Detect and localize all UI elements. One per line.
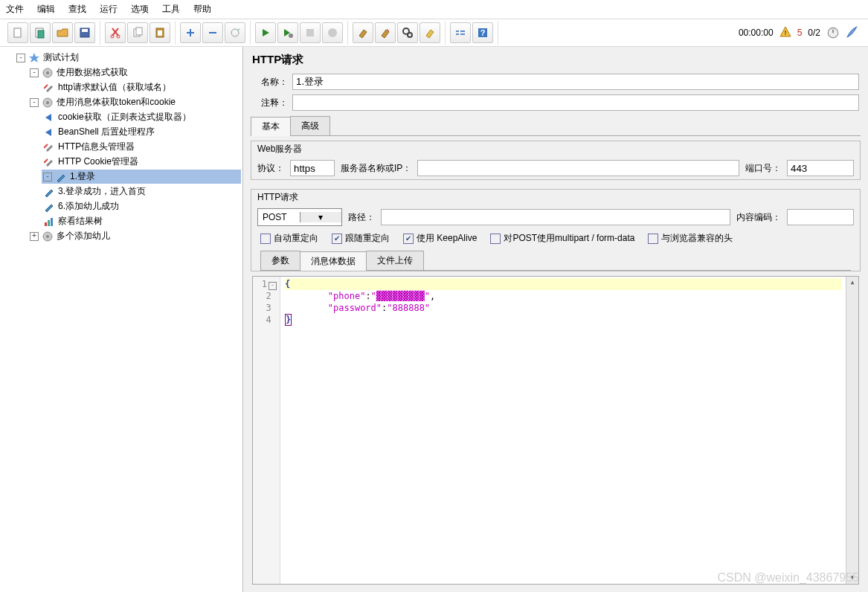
elapsed-time: 00:00:00	[739, 28, 774, 38]
body-editor[interactable]: 1-2 3 4 { "phone":"▓▓▓▓▓▓▓▓▓", "password…	[252, 276, 859, 585]
start-no-pause-icon[interactable]	[277, 22, 298, 43]
tree-add-child[interactable]: 6.添加幼儿成功	[42, 199, 241, 213]
svg-rect-8	[136, 28, 142, 35]
new-icon[interactable]	[7, 22, 28, 43]
svg-rect-30	[48, 220, 50, 226]
encoding-input[interactable]	[787, 209, 854, 225]
warning-count: 5	[797, 28, 803, 38]
stop-icon[interactable]	[300, 22, 321, 43]
cb-multipart[interactable]: 对POST使用multipart / form-data	[490, 232, 634, 245]
shutdown-icon[interactable]	[322, 22, 343, 43]
help-icon[interactable]: ?	[472, 22, 493, 43]
tree-cookie-extract[interactable]: cookie获取（正则表达式提取器）	[42, 110, 241, 124]
svg-point-14	[328, 28, 337, 37]
server-input[interactable]	[417, 160, 739, 176]
menu-file[interactable]: 文件	[6, 3, 24, 16]
menu-edit[interactable]: 编辑	[37, 3, 55, 16]
reset-search-icon[interactable]	[419, 22, 440, 43]
http-request-title: HTTP请求	[251, 190, 860, 205]
menu-bar: 文件 编辑 查找 运行 选项 工具 帮助	[0, 0, 868, 19]
toolbar: ? 00:00:00 ! 5 0/2	[0, 19, 868, 47]
watermark: CSDN @weixin_43867955	[717, 571, 859, 585]
warning-icon[interactable]: !	[779, 26, 791, 40]
cut-icon[interactable]	[105, 22, 126, 43]
comment-input[interactable]	[292, 94, 859, 111]
svg-rect-18	[456, 33, 459, 35]
test-plan-tree[interactable]: -测试计划 -使用数据格式获取 http请求默认值（获取域名） -使用消息体获取…	[0, 47, 243, 592]
tree-header-manager[interactable]: HTTP信息头管理器	[42, 140, 241, 154]
server-label: 服务器名称或IP：	[341, 162, 411, 175]
tree-thread-group-2[interactable]: -使用消息体获取token和cookie	[28, 95, 241, 109]
function-icon[interactable]	[450, 22, 471, 43]
menu-run[interactable]: 运行	[100, 3, 118, 16]
svg-rect-17	[456, 30, 459, 32]
menu-tools[interactable]: 工具	[162, 3, 180, 16]
svg-rect-2	[38, 30, 44, 38]
svg-rect-13	[306, 29, 314, 36]
svg-rect-31	[51, 218, 53, 226]
name-input[interactable]	[292, 74, 859, 90]
cb-follow-redirect[interactable]: ✔跟随重定向	[332, 232, 390, 245]
tab-body-data[interactable]: 消息体数据	[300, 251, 367, 271]
menu-options[interactable]: 选项	[131, 3, 149, 16]
http-request-group: HTTP请求 POST▾ 路径： 内容编码： 自动重定向 ✔跟随重定向 ✔使用 …	[251, 189, 861, 271]
svg-rect-19	[460, 30, 465, 32]
svg-rect-29	[45, 222, 47, 226]
editor-code[interactable]: { "phone":"▓▓▓▓▓▓▓▓▓", "password":"88888…	[280, 277, 846, 584]
protocol-label: 协议：	[257, 162, 284, 175]
search-icon[interactable]	[397, 22, 418, 43]
status-area: 00:00:00 ! 5 0/2	[733, 25, 865, 41]
menu-search[interactable]: 查找	[68, 3, 86, 16]
cb-auto-redirect[interactable]: 自动重定向	[260, 232, 318, 245]
svg-rect-10	[158, 30, 162, 36]
clear-all-icon[interactable]	[375, 22, 396, 43]
encoding-label: 内容编码：	[736, 211, 781, 224]
feather-icon[interactable]	[846, 25, 859, 41]
comment-label: 注释：	[252, 97, 288, 109]
svg-point-12	[289, 33, 293, 38]
editor-panel: HTTP请求 名称： 注释： 基本 高级 Web服务器 协议： 服务器名称或IP…	[243, 47, 868, 592]
method-select[interactable]: POST▾	[257, 208, 342, 226]
svg-point-26	[46, 71, 49, 74]
path-input[interactable]	[381, 209, 730, 225]
tree-login-sampler[interactable]: -1.登录	[42, 170, 241, 184]
tab-params[interactable]: 参数	[260, 251, 300, 270]
tab-advanced[interactable]: 高级	[290, 116, 330, 135]
stopwatch-icon[interactable]	[826, 25, 840, 41]
svg-rect-0	[14, 28, 21, 37]
protocol-input[interactable]	[290, 160, 335, 176]
port-label: 端口号：	[745, 162, 781, 175]
toggle-icon[interactable]	[225, 22, 245, 43]
expand-icon[interactable]	[180, 22, 201, 43]
tab-basic[interactable]: 基本	[251, 117, 291, 136]
editor-scrollbar[interactable]: ▴▾	[846, 277, 858, 584]
thread-count: 0/2	[808, 28, 820, 38]
tree-results-tree[interactable]: 察看结果树	[42, 214, 241, 228]
tree-thread-group-1[interactable]: -使用数据格式获取	[28, 65, 241, 80]
tree-login-success[interactable]: 3.登录成功，进入首页	[42, 184, 241, 199]
port-input[interactable]	[787, 160, 854, 176]
web-server-group: Web服务器 协议： 服务器名称或IP： 端口号：	[251, 141, 861, 180]
name-label: 名称：	[252, 76, 288, 89]
svg-rect-20	[460, 33, 465, 35]
clear-icon[interactable]	[353, 22, 373, 43]
copy-icon[interactable]	[127, 22, 148, 43]
tree-thread-group-3[interactable]: +多个添加幼儿	[28, 229, 241, 243]
tree-test-plan[interactable]: -测试计划	[15, 51, 241, 65]
editor-gutter: 1-2 3 4	[253, 277, 280, 584]
cb-keepalive[interactable]: ✔使用 KeepAlive	[403, 232, 477, 245]
start-icon[interactable]	[255, 22, 276, 43]
svg-point-28	[46, 101, 49, 104]
tree-http-defaults[interactable]: http请求默认值（获取域名）	[42, 80, 241, 94]
template-icon[interactable]	[30, 22, 51, 43]
save-icon[interactable]	[74, 22, 95, 43]
collapse-icon[interactable]	[202, 22, 223, 43]
tree-cookie-manager[interactable]: HTTP Cookie管理器	[42, 155, 241, 169]
menu-help[interactable]: 帮助	[193, 3, 211, 16]
tab-files[interactable]: 文件上传	[366, 251, 424, 270]
paste-icon[interactable]	[150, 22, 170, 43]
tree-beanshell[interactable]: BeanShell 后置处理程序	[42, 125, 241, 139]
cb-browser-headers[interactable]: 与浏览器兼容的头	[648, 232, 733, 245]
svg-point-33	[46, 235, 49, 238]
open-icon[interactable]	[52, 22, 73, 43]
